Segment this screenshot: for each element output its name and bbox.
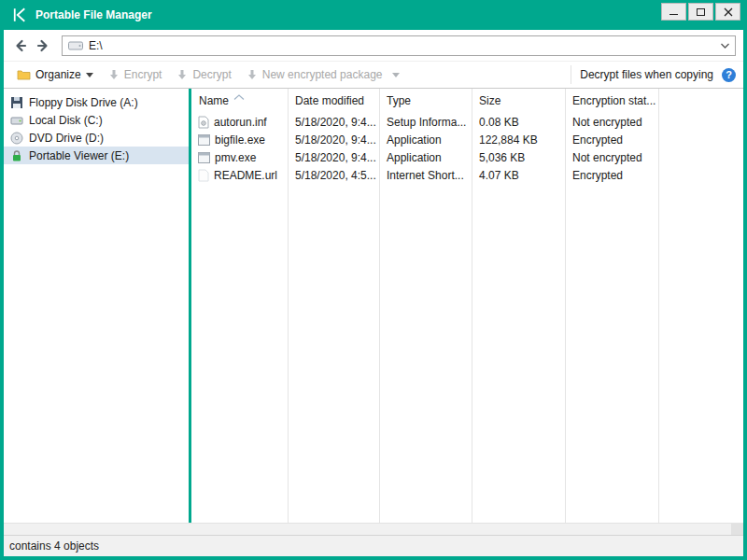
close-button[interactable] [715,3,740,21]
folder-icon [17,69,31,80]
floppy-disk-icon [10,96,23,109]
file-size: 5,036 KB [472,151,565,164]
file-name-cell: bigfile.exe [191,133,288,147]
file-type: Internet Short... [379,169,472,182]
sidebar-item-portable-viewer-e[interactable]: Portable Viewer (E:) [4,147,189,164]
toolbar-right-group: Decrypt files when copying ? [571,65,736,84]
decrypt-label: Decrypt [192,68,231,81]
chevron-down-icon[interactable] [721,43,729,49]
file-name-cell: README.url [191,169,288,182]
address-path: E:\ [89,39,715,52]
file-date: 5/18/2020, 4:5... [288,169,379,182]
navigation-bar: E:\ [4,30,743,62]
sidebar-item-dvd-drive-d[interactable]: DVD Drive (D:) [4,129,189,147]
internet-shortcut-file-icon [198,169,209,182]
new-encrypted-package-label: New encrypted package [262,68,383,81]
back-button[interactable] [9,35,32,57]
toolbar: Organize Encrypt Decrypt New encrypted p… [4,62,743,89]
minimize-icon [669,14,678,15]
file-size: 122,884 KB [472,133,565,147]
file-encryption-status: Encrypted [565,169,658,182]
sort-ascending-icon [233,90,245,103]
setup-information-file-icon [198,116,209,129]
drive-tree-sidebar: Floppy Disk Drive (A:) Local Disk (C:) D… [4,89,189,523]
application-file-icon [198,134,210,146]
hard-disk-icon [10,114,23,127]
arrow-left-icon [13,38,28,53]
close-icon [724,7,733,17]
file-date: 5/18/2020, 9:4... [288,151,379,164]
file-type: Application [379,151,472,164]
file-list-panel: Name Date modified Type Size Encryption … [191,89,743,523]
file-name: pmv.exe [215,151,256,164]
drive-icon [68,41,83,50]
file-row-autorun-inf[interactable]: autorun.inf 5/18/2020, 9:4... Setup Info… [191,113,743,131]
sidebar-item-label: DVD Drive (D:) [29,132,104,145]
kaspersky-logo-icon [11,7,28,23]
maximize-icon [697,8,705,16]
address-bar[interactable]: E:\ [62,35,736,56]
caret-down-icon [392,73,400,77]
arrow-down-icon [247,69,258,80]
forward-button[interactable] [32,35,54,57]
maximize-button[interactable] [688,3,713,21]
file-encryption-status: Not encrypted [565,116,658,129]
column-header-type[interactable]: Type [379,94,472,107]
application-file-icon [198,152,210,163]
encrypt-label: Encrypt [124,68,162,81]
sidebar-item-floppy-drive-a[interactable]: Floppy Disk Drive (A:) [4,93,189,111]
dvd-disc-icon [10,132,23,145]
window-title: Portable File Manager [35,8,152,21]
toolbar-divider [571,65,571,84]
sidebar-item-label: Local Disk (C:) [29,114,103,127]
help-icon[interactable]: ? [722,68,736,82]
file-date: 5/18/2020, 9:4... [288,133,379,147]
sidebar-item-local-disk-c[interactable]: Local Disk (C:) [4,111,189,129]
column-header-encryption-status[interactable]: Encryption stat... [565,94,658,107]
status-text: contains 4 objects [9,539,99,553]
file-name-cell: autorun.inf [191,116,288,129]
file-type: Application [379,133,472,147]
decrypt-button[interactable]: Decrypt [169,63,238,86]
file-encryption-status: Encrypted [565,133,658,147]
main-content: Floppy Disk Drive (A:) Local Disk (C:) D… [4,89,743,523]
file-name: README.url [214,169,277,182]
minimize-button[interactable] [661,3,686,21]
encrypted-drive-lock-icon [10,149,23,162]
title-bar: Portable File Manager [4,0,743,30]
organize-button[interactable]: Organize [9,63,101,86]
sidebar-item-label: Floppy Disk Drive (A:) [29,96,138,109]
file-row-bigfile-exe[interactable]: bigfile.exe 5/18/2020, 9:4... Applicatio… [191,131,743,148]
window-controls [661,3,740,21]
new-encrypted-package-button[interactable]: New encrypted package [239,63,408,86]
arrow-down-icon [108,69,120,80]
horizontal-scrollbar[interactable] [4,523,743,535]
file-name-cell: pmv.exe [191,151,288,164]
portable-file-manager-window: Portable File Manager E:\ Organize [0,0,747,560]
file-name: bigfile.exe [215,133,265,147]
file-size: 0.08 KB [472,116,565,129]
file-date: 5/18/2020, 9:4... [288,116,379,129]
scrollbar-corner [731,524,743,535]
arrow-down-icon [176,69,188,80]
organize-label: Organize [35,68,81,81]
file-list-header: Name Date modified Type Size Encryption … [191,89,743,113]
file-type: Setup Informa... [379,116,472,129]
sidebar-item-label: Portable Viewer (E:) [29,149,129,162]
decrypt-when-copying-label: Decrypt files when copying [580,68,713,81]
file-name: autorun.inf [214,116,267,129]
file-encryption-status: Not encrypted [565,151,658,164]
column-header-date-modified[interactable]: Date modified [288,94,379,107]
column-header-size[interactable]: Size [472,94,565,107]
encrypt-button[interactable]: Encrypt [101,63,170,86]
file-size: 4.07 KB [472,169,565,182]
arrow-right-icon [35,38,50,53]
caret-down-icon [86,73,93,77]
file-row-readme-url[interactable]: README.url 5/18/2020, 4:5... Internet Sh… [191,166,743,184]
status-bar: contains 4 objects [4,535,743,556]
file-row-pmv-exe[interactable]: pmv.exe 5/18/2020, 9:4... Application 5,… [191,148,743,166]
